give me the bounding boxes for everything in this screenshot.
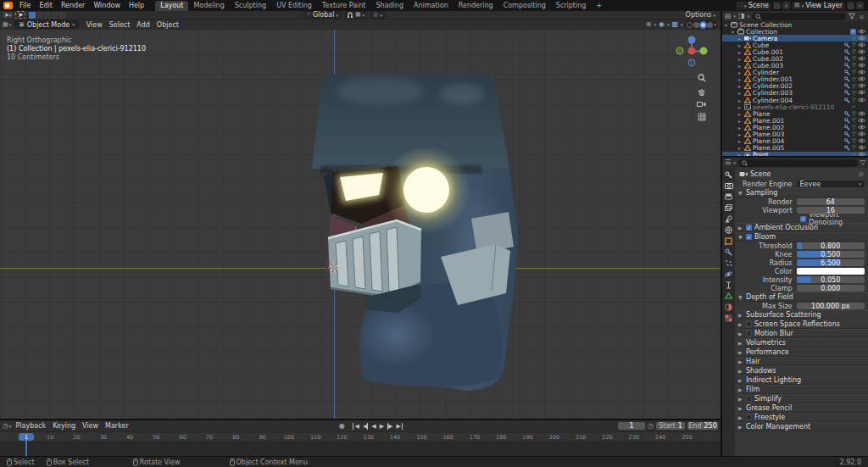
eye-icon[interactable] (858, 145, 865, 150)
motion-blur-panel-header[interactable]: ▶Motion Blur (735, 329, 868, 338)
render-engine-dropdown[interactable]: Eevee▾ (797, 181, 865, 188)
eye-icon[interactable] (858, 63, 865, 68)
sampling-render-field[interactable]: 64 (797, 198, 865, 206)
properties-search-input[interactable] (738, 159, 858, 167)
new-collection-button[interactable]: ⊞ (858, 13, 865, 20)
workspace-tab-compositing[interactable]: Compositing (498, 1, 551, 11)
outliner-row-cylinder-001[interactable]: ▸Cylinder.001▽ (722, 76, 868, 83)
eye-icon[interactable] (858, 56, 865, 61)
grease-pencil-panel-header[interactable]: ▶Grease Pencil (735, 403, 868, 413)
frame-end-field[interactable]: End250 (687, 422, 718, 430)
outliner-display-mode-icon[interactable]: ▤ (725, 13, 732, 19)
workspace-tab-shading[interactable]: Shading (370, 1, 409, 11)
disclosure-closed-icon[interactable]: ▸ (738, 56, 744, 62)
bloom-clamp-slider[interactable]: 0.000 (797, 285, 865, 292)
play-button[interactable]: ▶ (378, 423, 385, 430)
shadows-panel-header[interactable]: ▶Shadows (735, 366, 868, 375)
outliner-row-collection[interactable]: ▾Collection✓ (722, 28, 868, 35)
eye-icon[interactable] (858, 49, 865, 54)
properties-filter-icon[interactable]: ▽ (860, 159, 865, 166)
shading-material-preview-button[interactable] (700, 22, 706, 28)
eye-icon[interactable] (858, 138, 865, 143)
tool-history-dropdown[interactable]: ➤▾ (3, 12, 13, 19)
disclosure-closed-icon[interactable]: ▸ (738, 83, 744, 89)
properties-tab-constraints[interactable] (722, 280, 735, 290)
outliner-row-cube-001[interactable]: ▸Cube.001▽ (722, 48, 868, 55)
disclosure-closed-icon[interactable]: ▸ (738, 111, 744, 117)
remove-view-layer-button[interactable]: × (856, 2, 864, 9)
shading-rendered-button[interactable] (707, 22, 713, 28)
workspace-tab-scripting[interactable]: Scripting (551, 1, 592, 11)
select-mode-invert[interactable] (52, 12, 58, 19)
menu-file[interactable]: File (15, 2, 35, 9)
gizmo-y-axis[interactable] (700, 47, 708, 55)
outliner-row-cylinder-003[interactable]: ▸Cylinder.003▽ (722, 90, 868, 97)
timeline-menu-keying[interactable]: Keying (49, 422, 79, 430)
eye-icon[interactable] (858, 83, 865, 88)
properties-tab-world[interactable] (722, 225, 735, 235)
viewport-3d[interactable]: Right Orthographic (1) Collection | pexe… (0, 30, 721, 419)
disclosure-closed-icon[interactable]: ▸ (738, 42, 744, 48)
ambient-occlusion-checkbox[interactable]: ✓ (746, 225, 752, 231)
visibility-toggle[interactable] (858, 151, 866, 156)
outliner-filter-icon[interactable]: ◨ (738, 13, 745, 19)
unlink-scene-button[interactable]: × (782, 2, 790, 9)
screen-space-reflections-panel-header[interactable]: ▶Screen Space Reflections (735, 320, 868, 329)
eye-icon[interactable] (858, 97, 865, 103)
breadcrumb-scene-label[interactable]: Scene (750, 170, 771, 178)
workspace-tab-layout[interactable]: Layout (155, 1, 188, 11)
disclosure-closed-icon[interactable]: ▸ (738, 63, 744, 69)
outliner-row-cylinder[interactable]: ▸Cylinder▽ (722, 69, 868, 76)
gizmo-x-axis[interactable] (688, 47, 696, 55)
properties-tab-tool[interactable] (722, 170, 735, 180)
viewport-menu-object[interactable]: Object (153, 21, 182, 29)
outliner-row-plane-003[interactable]: ▸Plane.003▽ (722, 131, 868, 138)
properties-tab-data[interactable] (722, 291, 735, 301)
outliner-row-cylinder-002[interactable]: ▸Cylinder.002▽ (722, 83, 868, 90)
properties-tab-object[interactable] (722, 236, 735, 246)
outliner-row-plane-004[interactable]: ▸Plane.004▽ (722, 138, 868, 145)
outliner-row-scene-collection[interactable]: ▾Scene Collection (722, 21, 868, 28)
scene-selector[interactable]: ⛶▾ Scene (736, 2, 771, 10)
shading-wireframe-button[interactable] (687, 22, 693, 28)
workspace-tab-animation[interactable]: Animation (409, 1, 453, 11)
properties-tab-material[interactable] (722, 302, 735, 312)
outliner-row-cube-002[interactable]: ▸Cube.002▽ (722, 55, 868, 62)
eye-icon[interactable] (858, 69, 865, 75)
gizmo-y-neg-axis[interactable] (676, 47, 683, 54)
disclosure-closed-icon[interactable]: ▸ (738, 36, 744, 42)
timeline-menu-view[interactable]: View (79, 422, 102, 430)
film-panel-header[interactable]: ▶Film (735, 385, 868, 394)
active-tool-select-box[interactable]: ➤ (15, 11, 25, 19)
select-mode-extend[interactable] (36, 12, 43, 19)
outliner-row-plane-001[interactable]: ▸Plane.001▽ (722, 117, 868, 124)
timeline-menu-playback[interactable]: Playback (13, 422, 50, 430)
editor-type-clock-icon[interactable]: ◷ (3, 423, 8, 430)
gizmo-z-neg-axis[interactable] (688, 59, 695, 66)
visibility-toggle[interactable] (858, 97, 866, 104)
freestyle-panel-header[interactable]: ▶Freestyle (735, 413, 868, 422)
bloom-intensity-slider[interactable]: 0.050 (797, 276, 865, 284)
eye-icon[interactable] (858, 131, 865, 136)
shading-solid-button[interactable] (693, 22, 699, 28)
disclosure-closed-icon[interactable]: ▸ (738, 49, 744, 55)
menu-render[interactable]: Render (57, 2, 89, 9)
select-mode-intersect[interactable] (59, 12, 66, 19)
disclosure-closed-icon[interactable]: ▸ (738, 152, 744, 156)
disclosure-closed-icon[interactable]: ▸ (738, 131, 744, 137)
shading-dropdown-icon[interactable]: ▾ (714, 22, 716, 27)
playhead-line[interactable] (25, 441, 27, 456)
simplify-checkbox[interactable] (746, 396, 752, 402)
gizmo-dropdown-icon[interactable]: ⊕ (646, 21, 652, 28)
proportional-editing-controls[interactable]: ◎▾ (370, 11, 385, 19)
outliner-search-input[interactable] (752, 13, 846, 20)
eye-icon[interactable] (858, 152, 865, 156)
properties-tab-render[interactable] (722, 181, 735, 191)
disclosure-open-icon[interactable]: ▾ (725, 22, 731, 28)
play-reverse-button[interactable]: ◀ (370, 423, 377, 430)
new-scene-button[interactable]: ▢ (773, 2, 781, 9)
viewport-menu-view[interactable]: View (83, 21, 106, 29)
menu-edit[interactable]: Edit (35, 2, 57, 9)
eye-icon[interactable] (858, 125, 865, 130)
menu-window[interactable]: Window (89, 2, 125, 9)
